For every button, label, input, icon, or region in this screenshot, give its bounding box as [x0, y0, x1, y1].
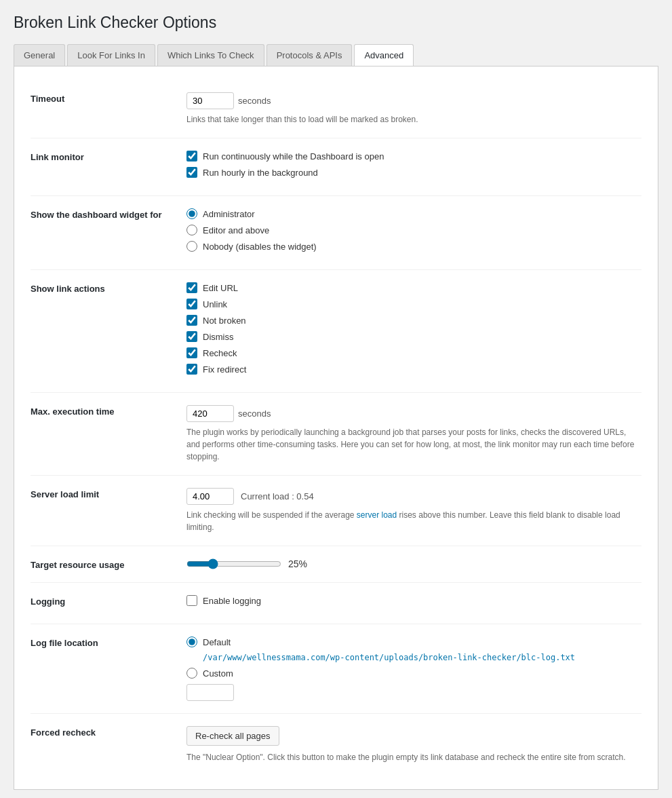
- log-file-control: Default /var/www/wellnessmama.com/wp-con…: [186, 636, 641, 701]
- resource-usage-label: Target resource usage: [31, 558, 186, 570]
- server-load-control: Current load : 0.54 Link checking will b…: [186, 488, 641, 533]
- run-hourly-label: Run hourly in the background: [203, 168, 318, 178]
- enable-logging-checkbox[interactable]: [186, 595, 197, 606]
- enable-logging-label: Enable logging: [203, 596, 261, 606]
- max-execution-input[interactable]: [186, 405, 234, 422]
- recheck-all-button[interactable]: Re-check all pages: [186, 726, 279, 746]
- run-hourly-checkbox[interactable]: [186, 167, 197, 178]
- resource-usage-value: 25%: [288, 558, 307, 569]
- log-default-path: /var/www/wellnessmama.com/wp-content/upl…: [203, 653, 641, 662]
- link-monitor-label: Link monitor: [31, 151, 186, 162]
- action-not-broken: Not broken: [186, 315, 641, 326]
- server-load-input[interactable]: [186, 488, 234, 505]
- max-execution-unit: seconds: [238, 408, 271, 419]
- log-default-radio[interactable]: [186, 636, 197, 647]
- link-monitor-row: Link monitor Run continuously while the …: [31, 138, 641, 196]
- unlink-label: Unlink: [203, 299, 227, 309]
- log-custom-radio[interactable]: [186, 668, 197, 679]
- logging-control: Enable logging: [186, 595, 641, 611]
- run-continuously-label: Run continuously while the Dashboard is …: [203, 151, 384, 162]
- max-execution-row: Max. execution time seconds The plugin w…: [31, 393, 641, 476]
- action-dismiss: Dismiss: [186, 331, 641, 342]
- run-continuously-checkbox[interactable]: [186, 151, 197, 162]
- tab-look-for-links-in[interactable]: Look For Links In: [67, 44, 155, 66]
- forced-recheck-control: Re-check all pages The "Nuclear Option".…: [186, 726, 641, 763]
- logging-option: Enable logging: [186, 595, 641, 606]
- dismiss-label: Dismiss: [203, 332, 234, 342]
- tab-advanced[interactable]: Advanced: [354, 44, 414, 66]
- resource-usage-control: 25%: [186, 558, 641, 569]
- edit-url-label: Edit URL: [203, 283, 238, 293]
- not-broken-label: Not broken: [203, 316, 246, 326]
- max-execution-description: The plugin works by periodically launchi…: [186, 426, 641, 463]
- widget-option-nobody: Nobody (disables the widget): [186, 241, 641, 252]
- widget-option-administrator: Administrator: [186, 208, 641, 219]
- dashboard-widget-row: Show the dashboard widget for Administra…: [31, 196, 641, 270]
- action-edit-url: Edit URL: [186, 282, 641, 293]
- max-execution-label: Max. execution time: [31, 405, 186, 417]
- editor-above-radio[interactable]: [186, 225, 197, 235]
- log-custom-input[interactable]: [186, 684, 234, 701]
- editor-above-label: Editor and above: [203, 225, 269, 235]
- timeout-row: Timeout seconds Links that take longer t…: [31, 80, 641, 138]
- settings-panel: Timeout seconds Links that take longer t…: [14, 66, 658, 790]
- resource-usage-row: Target resource usage 25%: [31, 546, 641, 583]
- recheck-label: Recheck: [203, 348, 237, 358]
- timeout-description: Links that take longer than this to load…: [186, 113, 641, 126]
- tab-which-links-to-check[interactable]: Which Links To Check: [157, 44, 264, 66]
- widget-option-editor: Editor and above: [186, 225, 641, 235]
- timeout-unit: seconds: [238, 96, 271, 106]
- log-custom-label: Custom: [203, 668, 233, 679]
- administrator-label: Administrator: [203, 209, 255, 219]
- edit-url-checkbox[interactable]: [186, 282, 197, 293]
- log-file-label: Log file location: [31, 636, 186, 648]
- server-load-label: Server load limit: [31, 488, 186, 499]
- max-execution-control: seconds The plugin works by periodically…: [186, 405, 641, 463]
- timeout-control: seconds Links that take longer than this…: [186, 92, 641, 126]
- administrator-radio[interactable]: [186, 208, 197, 219]
- link-actions-control: Edit URL Unlink Not broken Dismiss Reche…: [186, 282, 641, 380]
- forced-recheck-row: Forced recheck Re-check all pages The "N…: [31, 714, 641, 776]
- fix-redirect-checkbox[interactable]: [186, 364, 197, 375]
- tab-general[interactable]: General: [14, 44, 65, 66]
- link-monitor-option-1: Run hourly in the background: [186, 167, 641, 178]
- timeout-input[interactable]: [186, 92, 234, 109]
- action-recheck: Recheck: [186, 347, 641, 358]
- log-default-label: Default: [203, 637, 231, 647]
- server-load-row: Server load limit Current load : 0.54 Li…: [31, 476, 641, 546]
- link-actions-label: Show link actions: [31, 282, 186, 294]
- log-file-row: Log file location Default /var/www/welln…: [31, 624, 641, 714]
- logging-label: Logging: [31, 595, 186, 607]
- dashboard-widget-control: Administrator Editor and above Nobody (d…: [186, 208, 641, 257]
- link-actions-row: Show link actions Edit URL Unlink Not br…: [31, 270, 641, 393]
- recheck-checkbox[interactable]: [186, 347, 197, 358]
- server-load-link[interactable]: server load: [357, 510, 397, 520]
- link-monitor-option-0: Run continuously while the Dashboard is …: [186, 151, 641, 162]
- tabs-container: General Look For Links In Which Links To…: [14, 44, 658, 66]
- tab-protocols-apis[interactable]: Protocols & APIs: [266, 44, 353, 66]
- page-title: Broken Link Checker Options: [14, 14, 658, 32]
- forced-recheck-label: Forced recheck: [31, 726, 186, 738]
- dismiss-checkbox[interactable]: [186, 331, 197, 342]
- log-default-option: Default: [186, 636, 641, 647]
- action-fix-redirect: Fix redirect: [186, 364, 641, 375]
- logging-row: Logging Enable logging: [31, 583, 641, 624]
- log-custom-option: Custom: [186, 668, 641, 679]
- action-unlink: Unlink: [186, 299, 641, 309]
- timeout-label: Timeout: [31, 92, 186, 104]
- resource-usage-slider[interactable]: [186, 558, 281, 569]
- nobody-label: Nobody (disables the widget): [203, 242, 317, 252]
- forced-recheck-description: The "Nuclear Option". Click this button …: [186, 751, 641, 763]
- server-load-description: Link checking will be suspended if the a…: [186, 509, 641, 533]
- fix-redirect-label: Fix redirect: [203, 364, 246, 375]
- current-load-text: Current load : 0.54: [241, 491, 314, 501]
- link-monitor-control: Run continuously while the Dashboard is …: [186, 151, 641, 183]
- not-broken-checkbox[interactable]: [186, 315, 197, 326]
- dashboard-widget-label: Show the dashboard widget for: [31, 208, 186, 220]
- unlink-checkbox[interactable]: [186, 299, 197, 309]
- nobody-radio[interactable]: [186, 241, 197, 252]
